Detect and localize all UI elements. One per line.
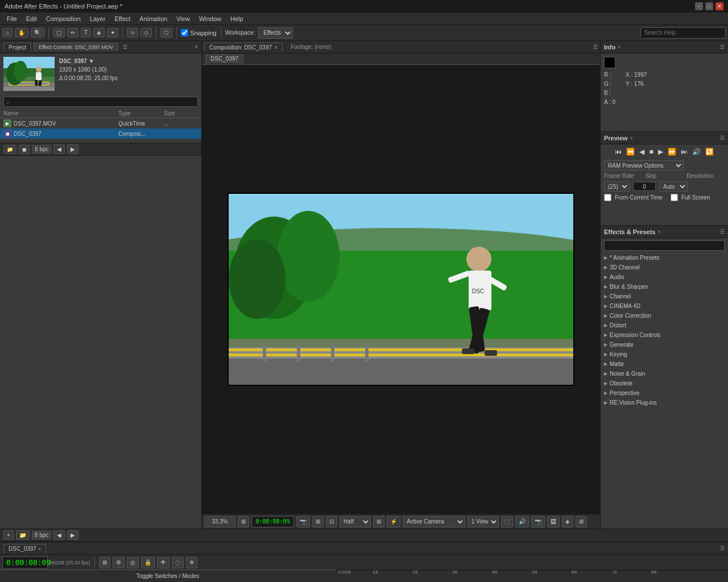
text-tool-button[interactable]: T: [81, 28, 91, 38]
tl-solo-btn[interactable]: ◎: [127, 557, 139, 568]
prev-button[interactable]: ◀: [53, 144, 65, 154]
zoom-tool-button[interactable]: 🔍: [31, 28, 44, 38]
full-screen-checkbox[interactable]: [671, 194, 678, 201]
toggle-label[interactable]: Toggle Switches / Modes: [136, 573, 200, 579]
motion-sketch-button[interactable]: ⊹: [127, 28, 138, 38]
comp-timecode-btn[interactable]: 0:00:08:09: [251, 516, 294, 527]
maximize-button[interactable]: □: [705, 2, 713, 10]
preview-play-back[interactable]: ◀: [638, 147, 646, 157]
comp-fit-btn[interactable]: ⊞: [238, 516, 249, 527]
effects-category-10[interactable]: ▶ Keying: [601, 350, 728, 359]
effects-cat-header-11[interactable]: ▶ Matte: [601, 359, 728, 369]
effects-category-0[interactable]: ▶ * Animation Presets: [601, 253, 728, 263]
timecode-display[interactable]: 0:00:08:09: [2, 556, 48, 569]
effects-category-8[interactable]: ▶ Expression Controls: [601, 330, 728, 340]
info-close[interactable]: ×: [618, 44, 621, 50]
menu-animation[interactable]: Animation: [135, 14, 172, 23]
footage-tab[interactable]: Footage: (none): [286, 43, 336, 51]
effects-cat-header-10[interactable]: ▶ Keying: [601, 350, 728, 359]
effects-category-3[interactable]: ▶ Blur & Sharpen: [601, 282, 728, 292]
effect-controls-tab[interactable]: Effect Controls: DSC_0397.MOV: [34, 43, 118, 51]
comp-safe-btn[interactable]: ⊡: [326, 516, 337, 527]
view-select[interactable]: 1 View: [468, 516, 499, 527]
effects-cat-header-6[interactable]: ▶ Color Correction: [601, 311, 728, 321]
status-next[interactable]: ▶: [67, 530, 78, 540]
preview-play[interactable]: ▶: [657, 147, 664, 157]
menu-composition[interactable]: Composition: [42, 14, 85, 23]
timeline-panel-menu[interactable]: ☰: [720, 546, 725, 551]
status-folder[interactable]: 📁: [16, 530, 30, 540]
preview-audio[interactable]: 🔊: [691, 147, 702, 157]
preview-step-fwd[interactable]: ⏩: [667, 147, 677, 157]
menu-file[interactable]: File: [2, 14, 22, 23]
effects-category-2[interactable]: ▶ Audio: [601, 272, 728, 282]
effects-close[interactable]: ×: [658, 229, 661, 235]
skip-input[interactable]: [633, 182, 656, 191]
shape-tool-button[interactable]: ◈: [93, 28, 105, 38]
menu-window[interactable]: Window: [195, 14, 226, 23]
timeline-comp-tab[interactable]: DSC_0397 ×: [3, 544, 46, 553]
effects-category-11[interactable]: ▶ Matte: [601, 359, 728, 369]
comp-fast-btn[interactable]: ⚡: [387, 516, 400, 527]
comp-tab-inner[interactable]: DSC_0397: [205, 55, 243, 63]
project-item-comp[interactable]: ◼ DSC_0397 Composi...: [0, 128, 201, 139]
keyframe-button[interactable]: ◇: [140, 28, 152, 38]
new-folder-button[interactable]: 📁: [3, 145, 16, 154]
project-panel-menu[interactable]: ☰: [123, 44, 127, 50]
preview-loop[interactable]: 🔁: [704, 147, 715, 157]
project-panel-close[interactable]: ×: [195, 44, 198, 50]
tl-hide-btn[interactable]: 👁: [157, 557, 169, 568]
close-button[interactable]: ✕: [715, 2, 723, 10]
effects-cat-header-9[interactable]: ▶ Generate: [601, 340, 728, 350]
effects-category-14[interactable]: ▶ Perspective: [601, 388, 728, 398]
effects-cat-header-14[interactable]: ▶ Perspective: [601, 388, 728, 398]
preview-skip-last[interactable]: ⏭: [680, 147, 689, 157]
effects-category-15[interactable]: ▶ RE:Vision Plug-ins: [601, 398, 728, 408]
comp-3d-btn[interactable]: ⊞: [576, 516, 587, 527]
puppet-tool-button[interactable]: ✦: [107, 28, 118, 38]
home-tool-button[interactable]: ⌂: [2, 28, 13, 38]
comp-snapshot-btn[interactable]: 📷: [531, 516, 545, 527]
comp-audio-btn[interactable]: 🔊: [515, 516, 529, 527]
preview-skip-first[interactable]: ⏮: [614, 147, 623, 157]
effects-cat-header-5[interactable]: ▶ CINEMA 4D: [601, 301, 728, 311]
effects-category-12[interactable]: ▶ Noise & Grain: [601, 369, 728, 379]
effects-cat-header-7[interactable]: ▶ Distort: [601, 321, 728, 330]
comp-cam-btn[interactable]: 📷: [296, 516, 310, 527]
effects-cat-header-0[interactable]: ▶ * Animation Presets: [601, 253, 728, 263]
resolution-select[interactable]: Auto Full Half: [659, 181, 688, 192]
from-current-checkbox[interactable]: [604, 194, 611, 201]
comp-pixel-btn[interactable]: ⊞: [373, 516, 384, 527]
search-help-input[interactable]: [640, 27, 726, 39]
preview-stop[interactable]: ■: [648, 147, 654, 157]
effects-category-4[interactable]: ▶ Channel: [601, 292, 728, 301]
next-button[interactable]: ▶: [67, 144, 78, 154]
effects-search-input[interactable]: [604, 240, 725, 251]
menu-effect[interactable]: Effect: [110, 14, 135, 23]
menu-help[interactable]: Help: [226, 14, 248, 23]
status-prev[interactable]: ◀: [53, 530, 65, 540]
status-new-item[interactable]: +: [3, 530, 14, 540]
comp-show-snapshot-btn[interactable]: 🖼: [547, 516, 560, 527]
comp-panel-menu[interactable]: ☰: [593, 44, 598, 50]
effects-cat-header-13[interactable]: ▶ Obsolete: [601, 379, 728, 388]
ram-preview-select[interactable]: RAM Preview Options: [604, 160, 684, 171]
effects-cat-header-15[interactable]: ▶ RE:Vision Plug-ins: [601, 398, 728, 408]
effects-category-1[interactable]: ▶ 3D Channel: [601, 263, 728, 272]
effects-category-9[interactable]: ▶ Generate: [601, 340, 728, 350]
comp-render-btn[interactable]: ⬚: [501, 516, 513, 527]
snapping-checkbox[interactable]: [181, 29, 188, 36]
project-tab[interactable]: Project: [3, 43, 31, 52]
composition-tab[interactable]: Composition: DSC_0397 ×: [204, 43, 283, 52]
tl-compose-btn[interactable]: ⊞: [99, 557, 110, 568]
effects-category-13[interactable]: ▶ Obsolete: [601, 379, 728, 388]
workspace-select[interactable]: Effects: [258, 27, 293, 39]
menu-view[interactable]: View: [172, 14, 195, 23]
comp-zoom-btn[interactable]: 33,3%: [204, 516, 235, 527]
info-panel-menu[interactable]: ☰: [720, 44, 725, 50]
effects-category-6[interactable]: ▶ Color Correction: [601, 311, 728, 321]
effects-cat-header-8[interactable]: ▶ Expression Controls: [601, 330, 728, 340]
preview-close[interactable]: ×: [630, 135, 633, 141]
preview-step-back[interactable]: ⏪: [625, 147, 636, 157]
effects-cat-header-3[interactable]: ▶ Blur & Sharpen: [601, 282, 728, 292]
